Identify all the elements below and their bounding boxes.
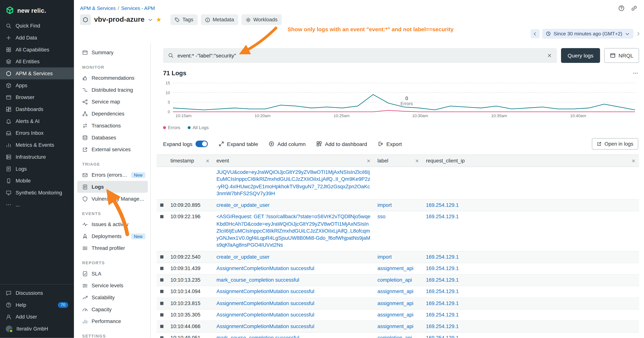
log-ip-link[interactable]: 169.254.129.1 (426, 335, 459, 338)
log-event-link[interactable]: mark_course_completion successful (216, 335, 299, 338)
row-handle-icon[interactable] (160, 301, 164, 305)
subnav-item-service-levels[interactable]: Service levels (77, 280, 148, 291)
sidebar-item-add-data[interactable]: Add Data (0, 32, 74, 44)
log-ip-link[interactable]: 169.254.129.1 (426, 265, 459, 272)
legend-errors[interactable]: Errors (163, 125, 180, 130)
log-label-link[interactable]: import (377, 253, 392, 260)
sidebar-item-discussions[interactable]: Discussions (0, 287, 74, 299)
log-label-link[interactable]: assignment_api (377, 288, 413, 295)
sidebar-item-add-user[interactable]: Add User (0, 311, 74, 323)
log-label-link[interactable]: assignment_api (377, 300, 413, 307)
subnav-item-scalability[interactable]: Scalability (77, 291, 148, 303)
log-event-link[interactable]: AssignmentCompletionMutation successful (216, 323, 314, 330)
log-ip-link[interactable]: 169.254.129.1 (426, 253, 459, 260)
permalink-icon[interactable] (631, 5, 638, 12)
nrql-button[interactable]: NRQL (604, 48, 639, 63)
log-event-link[interactable]: AssignmentCompletionMutation successful (216, 288, 314, 295)
sidebar-item-all-capabilities[interactable]: All Capabilities (0, 44, 74, 56)
sidebar-item-infrastructure[interactable]: Infrastructure (0, 151, 74, 163)
logs-timeseries-chart[interactable]: 05101510:15am10:20am10:25am10:30am10:35a… (163, 81, 639, 120)
log-event-link[interactable]: mark_course_completion successful (216, 277, 299, 284)
table-row[interactable]: 10:10:23.815 AssignmentCompletionMutatio… (156, 298, 639, 309)
row-handle-icon[interactable] (160, 215, 164, 218)
legend-all-logs[interactable]: All Logs (188, 125, 209, 130)
row-handle-icon[interactable] (160, 255, 164, 258)
row-handle-icon[interactable] (160, 290, 164, 293)
column-header-request-client-ip[interactable]: request_client_ip (426, 158, 465, 164)
log-label-link[interactable]: sso (377, 213, 386, 220)
subnav-item-transactions[interactable]: Transactions (77, 120, 148, 132)
remove-column-timestamp-icon[interactable] (205, 159, 210, 163)
table-row[interactable]: 10:10:49.051 mark_course_completion succ… (156, 332, 639, 338)
log-label-link[interactable]: assignment_api (377, 311, 413, 318)
sidebar-item-errors-inbox[interactable]: Errors Inbox (0, 127, 74, 139)
export-button[interactable]: Export (378, 141, 402, 147)
help-circle-icon[interactable] (618, 5, 625, 12)
table-row[interactable]: 10:10:13.235 mark_course_completion succ… (156, 274, 639, 286)
sidebar-item-help[interactable]: Help70 (0, 299, 74, 311)
tags-button[interactable]: Tags (170, 15, 198, 25)
table-row[interactable]: 10:10:14.094 AssignmentCompletionMutatio… (156, 286, 639, 298)
add-to-dashboard-button[interactable]: Add to dashboard (316, 141, 367, 147)
sidebar-item-synthetic-monitoring[interactable]: Synthetic Monitoring (0, 187, 74, 199)
log-ip-link[interactable]: 169.254.129.1 (426, 300, 459, 307)
add-column-button[interactable]: Add column (269, 141, 306, 147)
log-ip-link[interactable]: 169.254.129.1 (426, 311, 459, 318)
open-in-logs-button[interactable]: Open in logs (592, 138, 638, 150)
log-event-link[interactable]: JUQVU&code=eyJraWQiOiJjcGltY29yZV8wOTI1M… (216, 169, 371, 197)
entity-switcher-chevron-icon[interactable] (148, 17, 152, 22)
subnav-item-sla[interactable]: SLA (77, 268, 148, 280)
log-query-input[interactable] (178, 52, 544, 59)
favorite-star-icon[interactable]: ★ (156, 16, 162, 24)
subnav-item-performance[interactable]: Performance (77, 315, 148, 327)
subnav-item-capacity[interactable]: Capacity (77, 303, 148, 315)
sidebar-item-dashboards[interactable]: Dashboards (0, 103, 74, 115)
subnav-item-thread-profiler[interactable]: Thread profiler (77, 242, 148, 254)
time-picker[interactable]: Since 30 minutes ago (GMT+2) (542, 29, 633, 39)
more-options-icon[interactable] (632, 70, 638, 76)
subnav-item-vulnerability-management[interactable]: Vulnerability Management (77, 193, 148, 205)
log-label-link[interactable]: completion_api (377, 335, 412, 338)
subnav-item-service-map[interactable]: Service map (77, 96, 148, 108)
log-label-link[interactable]: assignment_api (377, 265, 413, 272)
subnav-item-errors-inbox[interactable]: Errors (errors inb...New (77, 169, 148, 181)
sidebar-item-browser[interactable]: Browser (0, 91, 74, 103)
log-event-link[interactable]: AssignmentCompletionMutation successful (216, 300, 314, 307)
sidebar-item-logs[interactable]: Logs (0, 163, 74, 175)
column-header-label[interactable]: label (377, 158, 388, 164)
subnav-item-external-services[interactable]: External services (77, 144, 148, 156)
log-ip-link[interactable]: 169.254.129.1 (426, 277, 459, 284)
time-back-button[interactable] (531, 29, 540, 38)
table-row[interactable]: 10:10:44.066 AssignmentCompletionMutatio… (156, 321, 639, 332)
time-forward-button[interactable] (636, 31, 641, 36)
sidebar-item-mobile[interactable]: Mobile (0, 175, 74, 187)
subnav-item-deployments[interactable]: DeploymentsNew (77, 230, 148, 242)
sidebar-item-apm-services[interactable]: APM & Services (0, 67, 74, 79)
table-row[interactable]: 10:09:20.895 create_or_update_user impor… (156, 200, 639, 211)
table-row[interactable]: 10:09:31.439 AssignmentCompletionMutatio… (156, 263, 639, 274)
log-event-link[interactable]: create_or_update_user (216, 202, 270, 209)
remove-column-ip-icon[interactable] (631, 159, 636, 163)
log-event-link[interactable]: AssignmentCompletionMutation successful (216, 311, 314, 318)
expand-table-button[interactable]: Expand table (218, 141, 258, 147)
sidebar-item-metrics-events[interactable]: Metrics & Events (0, 139, 74, 151)
log-event-link[interactable]: create_or_update_user (216, 253, 270, 260)
log-label-link[interactable]: import (377, 202, 392, 209)
log-ip-link[interactable]: 169.254.129.1 (426, 202, 459, 209)
table-row[interactable]: JUQVU&code=eyJraWQiOiJjcGltY29yZV8wOTI1M… (156, 167, 639, 200)
sidebar-item-more[interactable]: ... (0, 199, 74, 211)
subnav-item-logs[interactable]: Logs (77, 181, 148, 193)
workloads-button[interactable]: Workloads (242, 15, 282, 25)
column-header-timestamp[interactable]: timestamp (170, 158, 194, 164)
expand-logs-toggle[interactable] (196, 141, 208, 147)
subnav-item-summary[interactable]: Summary (77, 47, 148, 58)
remove-column-event-icon[interactable] (366, 159, 371, 163)
subnav-item-distributed-tracing[interactable]: Distributed tracing (77, 84, 148, 96)
log-ip-link[interactable]: 169.254.129.1 (426, 213, 459, 220)
subnav-item-issues-activity[interactable]: Issues & activity (77, 218, 148, 230)
log-event-link[interactable]: <ASGIRequest: GET '/sso/callback/?state=… (216, 213, 371, 249)
clear-query-button[interactable] (547, 53, 552, 58)
sidebar-item-quick-find[interactable]: Quick Find (0, 20, 74, 32)
row-handle-icon[interactable] (160, 325, 164, 328)
row-handle-icon[interactable] (160, 203, 164, 207)
